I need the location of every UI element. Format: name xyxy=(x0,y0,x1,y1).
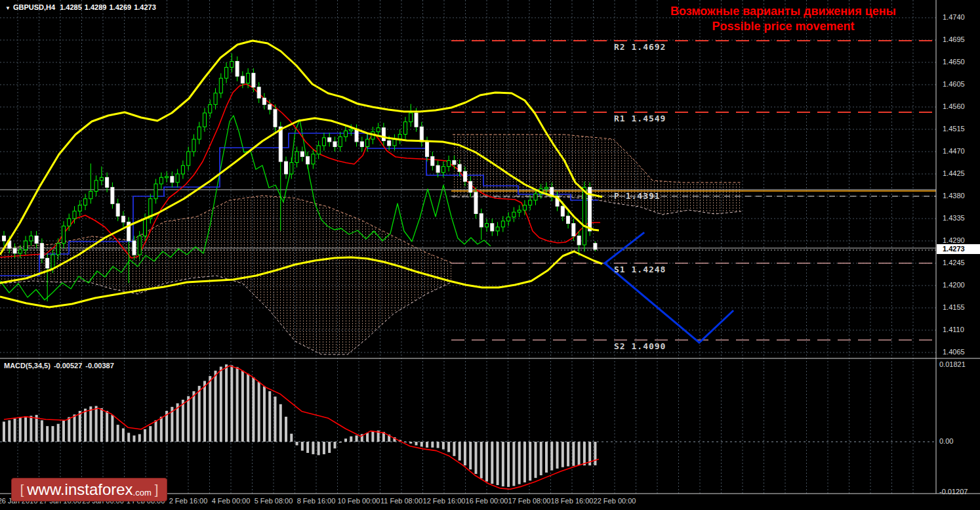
price-axis-label: 1.4380 xyxy=(943,192,965,200)
instaforex-watermark: [www.instaforex.com] xyxy=(11,478,167,501)
high-value: 1.4289 xyxy=(85,3,107,11)
macd-axis-label: 0.00 xyxy=(939,437,953,445)
price-axis-label: 1.4470 xyxy=(943,147,965,155)
macd-main-value: -0.00527 xyxy=(54,362,82,370)
price-axis-label: 1.4245 xyxy=(943,259,965,266)
price-axis-label: 1.4695 xyxy=(943,35,965,43)
pivot-level-label: R2 1.4692 xyxy=(614,42,666,52)
watermark-bracket-left: [ xyxy=(20,482,24,498)
pivot-level-label: P 1.4391 xyxy=(614,191,661,201)
macd-axis-label: 0.01821 xyxy=(939,360,966,368)
price-axis-label: 1.4515 xyxy=(943,125,965,133)
price-axis-label: 1.4740 xyxy=(943,13,965,21)
macd-signal-value: -0.00387 xyxy=(85,362,113,370)
pivot-level-label: S2 1.4090 xyxy=(614,341,666,351)
watermark-bracket-right: ] xyxy=(155,482,159,498)
price-axis-label: 1.4335 xyxy=(943,214,965,222)
price-axis-label: 1.4605 xyxy=(943,80,965,88)
time-axis-label: 22 Feb 00:00 xyxy=(583,497,646,505)
forecast-annotation: Возможные варианты движения цены Possibl… xyxy=(655,4,912,34)
pivot-level-label: S1 1.4248 xyxy=(614,265,666,274)
price-axis-label: 1.4065 xyxy=(943,348,965,356)
price-axis-label: 1.4650 xyxy=(943,58,965,66)
macd-axis-label: -0.01207 xyxy=(939,488,968,496)
low-value: 1.4269 xyxy=(109,3,131,11)
watermark-domain: .com xyxy=(133,488,152,498)
close-value: 1.4273 xyxy=(134,3,156,11)
symbol-dropdown-icon[interactable]: ▼ xyxy=(5,5,10,11)
macd-indicator-label: MACD(5,34,5)-0.00527-0.00387 xyxy=(4,362,117,370)
symbol-timeframe-label: GBPUSD,H4 xyxy=(13,3,55,11)
ohlc-header: ▼GBPUSD,H4 1.42851.42891.42691.4273 xyxy=(5,3,159,11)
chart-canvas[interactable] xyxy=(0,0,980,510)
price-axis-label: 1.4425 xyxy=(943,169,965,177)
price-axis-label: 1.4155 xyxy=(943,303,965,311)
current-price-badge: 1.4273 xyxy=(937,244,980,254)
macd-name: MACD(5,34,5) xyxy=(4,362,51,370)
annotation-line-en: Possible price movement xyxy=(655,19,912,34)
open-value: 1.4285 xyxy=(60,3,82,11)
watermark-text: www.instaforex xyxy=(27,480,133,499)
price-axis-label: 1.4560 xyxy=(943,102,965,110)
pivot-level-label: R1 1.4549 xyxy=(614,114,666,123)
annotation-line-ru: Возможные варианты движения цены xyxy=(655,4,912,19)
price-axis-label: 1.4110 xyxy=(943,326,964,333)
price-axis-label: 1.4290 xyxy=(943,236,965,244)
price-axis-label: 1.4200 xyxy=(943,281,965,289)
mt4-chart-window: ▼GBPUSD,H4 1.42851.42891.42691.4273 Возм… xyxy=(0,0,980,510)
